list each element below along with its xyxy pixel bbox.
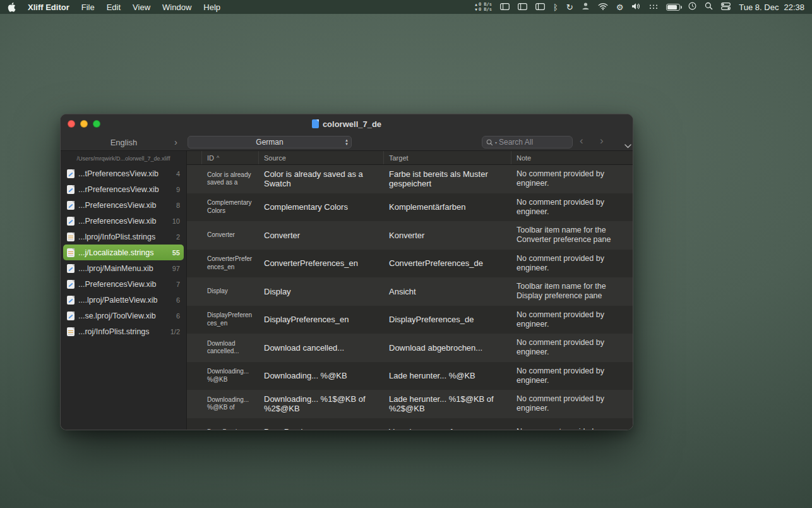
- table-row[interactable]: Color is already saved as a Color is alr…: [187, 165, 633, 193]
- sidebar-file-item[interactable]: ....lproj/MainMenu.xib 97: [63, 260, 184, 276]
- cell-source: Display: [259, 284, 384, 299]
- download-arrow-icon: ▼: [475, 7, 477, 12]
- display-icon[interactable]: [535, 3, 545, 12]
- table-row[interactable]: Downloading... %@KB Downloading... %@KB …: [187, 362, 633, 390]
- cell-note: No comment provided: [511, 425, 633, 430]
- cell-target[interactable]: Farbe ist bereits als Muster gespeichert: [384, 167, 511, 191]
- sidebar-file-item[interactable]: ...PreferencesView.xib 10: [63, 213, 184, 229]
- spotlight-search-icon[interactable]: [705, 2, 713, 12]
- menu-bar-clock[interactable]: Tue 8. Dec 22:38: [739, 3, 804, 12]
- back-button[interactable]: ‹: [580, 135, 583, 147]
- table-row[interactable]: Complementary Colors Complementary Color…: [187, 193, 633, 222]
- window-body: /Users/mrqwirk/D...olorwell_7_de.xliff .…: [61, 151, 633, 430]
- menu-bar-status: ▲0 B/s ▼0 B/s ᛒ ↻ ⚙ Tue 8. Dec 22:38: [475, 2, 804, 12]
- target-language-popup[interactable]: German ▲▼: [188, 136, 352, 148]
- apple-menu[interactable]: [8, 3, 16, 12]
- menu-window[interactable]: Window: [162, 3, 191, 12]
- column-header-status[interactable]: [187, 151, 202, 164]
- cell-note: Toolbar item name for the Display prefer…: [511, 279, 633, 303]
- table-row[interactable]: Drop Preview Drop Preview Vorschau verwe…: [187, 418, 633, 430]
- file-count-badge: 6: [176, 296, 180, 304]
- volume-icon[interactable]: [631, 3, 641, 12]
- file-count-badge: 4: [176, 170, 180, 178]
- file-icon: [67, 169, 75, 178]
- file-path-label: /Users/mrqwirk/D...olorwell_7_de.xliff: [61, 155, 186, 162]
- cell-status: [187, 401, 202, 406]
- sidebar-file-item[interactable]: ...PreferencesView.xib 8: [63, 197, 184, 213]
- window-controls: [68, 120, 100, 128]
- battery-icon[interactable]: [666, 4, 680, 11]
- column-header-id[interactable]: ID ^: [202, 151, 259, 164]
- menu-view[interactable]: View: [133, 3, 150, 12]
- title-bar[interactable]: colorwell_7_de: [61, 114, 633, 133]
- file-icon: [67, 327, 75, 336]
- display-icon[interactable]: [518, 3, 527, 12]
- close-button[interactable]: [68, 120, 75, 128]
- sidebar-file-item[interactable]: ...roj/InfoPlist.strings 1/2: [63, 324, 184, 339]
- cell-target[interactable]: Ansicht: [384, 284, 511, 299]
- column-header-note[interactable]: Note: [511, 151, 633, 164]
- search-field[interactable]: ▾: [482, 136, 573, 148]
- sidebar-file-item[interactable]: ...lproj/InfoPlist.strings 2: [63, 229, 184, 245]
- table-row[interactable]: Downloading... %@KB of Downloading... %1…: [187, 390, 633, 418]
- cell-id: DisplayPreferences_en: [202, 309, 259, 330]
- cell-target[interactable]: DisplayPreferences_de: [384, 312, 511, 327]
- search-icon: [486, 139, 493, 146]
- user-icon[interactable]: [582, 2, 590, 12]
- column-header-source[interactable]: Source: [259, 151, 384, 164]
- table-row[interactable]: Converter Converter Konverter Toolbar it…: [187, 221, 633, 250]
- search-input[interactable]: [499, 138, 568, 147]
- zoom-button[interactable]: [93, 120, 100, 128]
- menu-file[interactable]: File: [81, 3, 95, 12]
- chevron-right-icon[interactable]: ›: [174, 136, 177, 148]
- file-count-badge: 8: [176, 202, 180, 209]
- cell-target[interactable]: Lade herunter... %@KB: [384, 368, 511, 383]
- column-header-target[interactable]: Target: [384, 151, 511, 164]
- table-row[interactable]: ConverterPreferences_en ConverterPrefere…: [187, 250, 633, 278]
- file-count-badge: 9: [176, 186, 180, 193]
- table-row[interactable]: Display Display Ansicht Toolbar item nam…: [187, 277, 633, 306]
- file-count-badge: 6: [176, 312, 180, 320]
- chevron-down-icon[interactable]: [624, 140, 631, 151]
- bluetooth-icon[interactable]: ᛒ: [553, 3, 558, 11]
- table-row[interactable]: DisplayPreferences_en DisplayPreferences…: [187, 306, 633, 334]
- settings-gear-icon[interactable]: ⚙: [616, 3, 624, 11]
- sidebar-file-item[interactable]: ...se.lproj/ToolView.xib 6: [63, 308, 184, 324]
- sidebar-file-item[interactable]: ...j/Localizable.strings 55: [63, 245, 184, 260]
- sidebar-file-item[interactable]: ...PreferencesView.xib 7: [63, 276, 184, 292]
- cell-source: ConverterPreferences_en: [259, 256, 384, 270]
- search-scope-chevron-icon[interactable]: ▾: [495, 140, 497, 145]
- cell-target[interactable]: Lade herunter... %1$@KB of %2$@KB: [384, 392, 511, 416]
- file-name: ....lproj/PaletteView.xib: [78, 296, 172, 305]
- wifi-icon[interactable]: [598, 3, 608, 12]
- forward-button[interactable]: ›: [600, 135, 604, 147]
- minimize-button[interactable]: [80, 120, 88, 128]
- cell-target[interactable]: Komplementärfarben: [384, 200, 511, 214]
- display-icon[interactable]: [500, 3, 510, 12]
- window-title: colorwell_7_de: [323, 119, 381, 129]
- cell-id: ConverterPreferences_en: [202, 253, 259, 274]
- cell-target[interactable]: Download abgebrochen...: [384, 341, 511, 355]
- sidebar-file-item[interactable]: ...rPreferencesView.xib 9: [63, 181, 184, 197]
- file-name: ...roj/InfoPlist.strings: [78, 327, 167, 336]
- sync-icon[interactable]: ↻: [566, 3, 573, 11]
- cell-target[interactable]: ConverterPreferences_de: [384, 256, 511, 270]
- sidebar-file-item[interactable]: ....lproj/PaletteView.xib 6: [63, 292, 184, 308]
- menu-bar-menus: FileEditViewWindowHelp: [81, 3, 220, 12]
- sidebar-file-item[interactable]: ...tPreferencesView.xib 4: [63, 166, 184, 181]
- table-row[interactable]: Download cancelled... Download cancelled…: [187, 334, 633, 362]
- keyboard-brightness-icon[interactable]: [649, 3, 658, 12]
- menu-help[interactable]: Help: [203, 3, 220, 12]
- clock-icon[interactable]: [688, 2, 696, 12]
- file-count-badge: 55: [172, 249, 180, 257]
- network-throughput-indicator[interactable]: ▲0 B/s ▼0 B/s: [475, 2, 492, 12]
- control-center-icon[interactable]: [721, 3, 731, 12]
- menu-edit[interactable]: Edit: [107, 3, 121, 12]
- cell-target[interactable]: Konverter: [384, 228, 511, 243]
- file-count-badge: 2: [176, 233, 180, 241]
- cell-source: Complementary Colors: [259, 200, 384, 214]
- target-language-value: German: [256, 138, 283, 147]
- menu-app-name[interactable]: Xliff Editor: [28, 3, 69, 12]
- cell-target[interactable]: Vorschau verwerfen: [384, 425, 511, 430]
- window-title-group: colorwell_7_de: [312, 119, 381, 129]
